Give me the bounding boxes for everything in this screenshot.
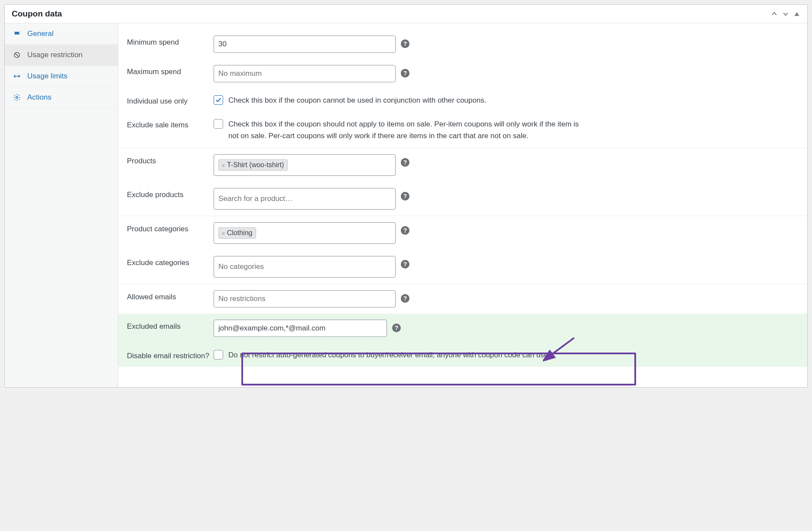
tab-general[interactable]: General (5, 23, 118, 45)
pill-label: T-Shirt (woo-tshirt) (227, 161, 284, 169)
help-icon[interactable]: ? (401, 260, 409, 269)
tab-label: General (27, 29, 53, 38)
tab-usage-limits[interactable]: Usage limits (5, 66, 118, 87)
field-exclude-sale: Exclude sale items Check this box if the… (127, 112, 799, 148)
field-excluded-emails: Excluded emails ? (118, 314, 807, 343)
maximum-spend-input[interactable] (218, 68, 391, 79)
maximum-spend-input-wrapper (214, 65, 396, 82)
field-label: Products (127, 154, 205, 165)
select-placeholder: No categories (218, 262, 264, 271)
coupon-data-panel: Coupon data General (4, 4, 808, 388)
field-label: Exclude products (127, 188, 205, 199)
help-icon[interactable]: ? (401, 226, 409, 235)
disable-email-restriction-checkbox[interactable] (214, 350, 223, 359)
field-products: Products × T-Shirt (woo-tshirt) ? (127, 148, 799, 182)
tab-label: Usage limits (27, 72, 68, 81)
field-exclude-categories: Exclude categories No categories ? (127, 250, 799, 284)
field-label: Excluded emails (127, 320, 205, 331)
exclude-products-select[interactable]: Search for a product… (214, 188, 396, 210)
help-icon[interactable]: ? (392, 324, 401, 332)
excluded-emails-input[interactable] (218, 323, 382, 334)
field-label: Individual use only (127, 94, 205, 106)
panel-title: Coupon data (12, 9, 62, 19)
exclude-sale-checkbox[interactable] (214, 119, 223, 129)
allowed-emails-input-wrapper (214, 290, 396, 308)
tab-content: Minimum spend ? Maximum spend ? (118, 23, 807, 387)
ban-icon (13, 51, 21, 59)
checkbox-description: Do not restrict auto-generated coupons t… (228, 349, 554, 361)
panel-body: General Usage restriction Usage limits A… (5, 23, 807, 387)
pill-label: Clothing (227, 229, 253, 237)
checkbox-description: Check this box if the coupon cannot be u… (228, 94, 486, 106)
help-icon[interactable]: ? (401, 158, 409, 167)
field-individual-use: Individual use only Check this box if th… (127, 88, 799, 112)
product-categories-select[interactable]: × Clothing (214, 222, 396, 244)
tab-actions[interactable]: Actions (5, 87, 118, 108)
checkbox-description: Check this box if the coupon should not … (228, 118, 588, 142)
field-disable-email-restriction: Disable email restriction? Do not restri… (118, 343, 807, 367)
help-icon[interactable]: ? (401, 294, 409, 303)
field-exclude-products: Exclude products Search for a product… ? (127, 182, 799, 216)
field-label: Exclude categories (127, 256, 205, 267)
tab-label: Usage restriction (27, 51, 83, 59)
field-label: Disable email restriction? (127, 349, 214, 360)
svg-point-4 (16, 97, 18, 99)
field-label: Maximum spend (127, 65, 205, 76)
individual-use-checkbox[interactable] (214, 95, 223, 105)
svg-line-2 (15, 53, 19, 57)
field-label: Product categories (127, 222, 205, 233)
panel-header: Coupon data (5, 5, 807, 23)
field-label: Allowed emails (127, 290, 205, 301)
field-allowed-emails: Allowed emails ? (127, 284, 799, 314)
minimum-spend-input-wrapper (214, 36, 396, 53)
help-icon[interactable]: ? (401, 192, 409, 201)
selected-pill: × Clothing (218, 227, 256, 239)
field-label: Minimum spend (127, 36, 205, 47)
allowed-emails-input[interactable] (218, 293, 391, 304)
svg-marker-0 (794, 12, 799, 16)
selected-pill: × T-Shirt (woo-tshirt) (218, 159, 288, 171)
field-label: Exclude sale items (127, 118, 205, 130)
field-product-categories: Product categories × Clothing ? (127, 216, 799, 250)
tab-usage-restriction[interactable]: Usage restriction (5, 45, 118, 66)
move-up-icon[interactable] (771, 10, 778, 17)
exclude-categories-select[interactable]: No categories (214, 256, 396, 278)
pill-remove-icon[interactable]: × (221, 230, 225, 237)
ticket-icon (13, 29, 21, 38)
pill-remove-icon[interactable]: × (221, 162, 225, 169)
panel-header-controls (771, 10, 800, 17)
products-select[interactable]: × T-Shirt (woo-tshirt) (214, 154, 396, 176)
select-placeholder: Search for a product… (218, 194, 292, 203)
toggle-panel-icon[interactable] (793, 10, 800, 17)
excluded-emails-input-wrapper (214, 320, 387, 337)
field-maximum-spend: Maximum spend ? (127, 59, 799, 88)
help-icon[interactable]: ? (401, 69, 409, 78)
minimum-spend-input[interactable] (218, 39, 391, 50)
help-icon[interactable]: ? (401, 39, 409, 48)
gear-icon (13, 93, 21, 102)
tab-label: Actions (27, 93, 52, 102)
arrows-horizontal-icon (13, 72, 21, 81)
tabs-sidebar: General Usage restriction Usage limits A… (5, 23, 118, 387)
field-minimum-spend: Minimum spend ? (127, 29, 799, 59)
move-down-icon[interactable] (782, 10, 789, 17)
